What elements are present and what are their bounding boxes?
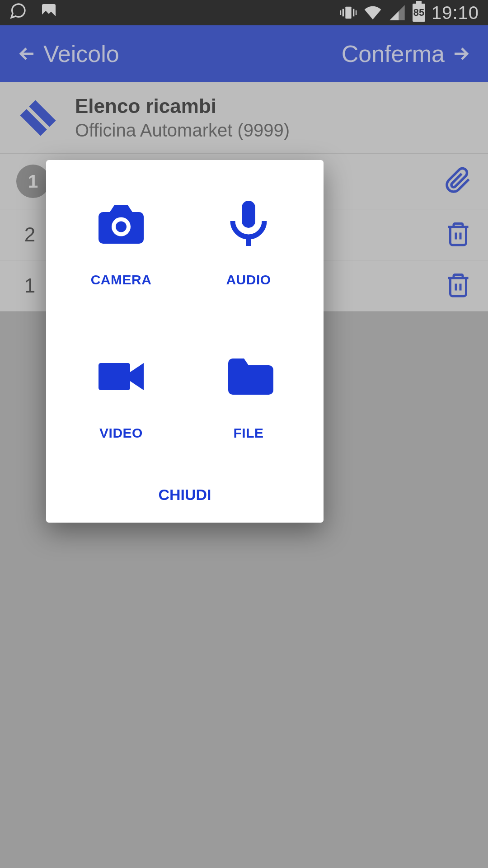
svg-rect-12 xyxy=(99,363,130,390)
back-label: Veicolo xyxy=(43,40,119,67)
arrow-right-icon xyxy=(450,43,472,65)
arrow-left-icon xyxy=(16,43,38,65)
battery-icon: 85 xyxy=(413,4,425,22)
image-icon xyxy=(40,2,58,24)
video-icon xyxy=(94,349,148,404)
delete-button[interactable] xyxy=(445,220,472,249)
modal-close-button[interactable]: CHIUDI xyxy=(60,475,310,506)
row-number: 2 xyxy=(16,223,43,246)
section-title: Elenco ricambi xyxy=(75,95,290,118)
app-logo-icon xyxy=(16,96,60,140)
modal-option-camera[interactable]: CAMERA xyxy=(60,187,183,322)
status-bar: 85 19:10 xyxy=(0,0,488,25)
modal-option-file[interactable]: FILE xyxy=(187,340,310,476)
attachment-button[interactable] xyxy=(445,167,472,196)
forward-button[interactable]: Conferma xyxy=(342,40,472,67)
trash-icon xyxy=(445,271,472,298)
delete-button[interactable] xyxy=(445,271,472,300)
row-number: 1 xyxy=(16,274,43,297)
folder-icon xyxy=(221,349,276,404)
modal-option-label: CAMERA xyxy=(91,272,152,288)
paperclip-icon xyxy=(445,167,472,194)
app-header: Veicolo Conferma xyxy=(0,25,488,82)
modal-option-label: FILE xyxy=(234,425,264,441)
trash-icon xyxy=(445,220,472,247)
section-header: Elenco ricambi Officina Automarket (9999… xyxy=(0,82,488,154)
svg-rect-10 xyxy=(242,201,255,228)
forward-label: Conferma xyxy=(342,40,445,67)
battery-level: 85 xyxy=(413,7,424,19)
status-clock: 19:10 xyxy=(432,3,479,23)
back-button[interactable]: Veicolo xyxy=(16,40,119,67)
modal-option-label: VIDEO xyxy=(99,425,143,441)
attachment-modal: CAMERA AUDIO VIDEO FILE CHIUDI xyxy=(46,160,324,523)
wifi-icon xyxy=(364,4,382,22)
whatsapp-icon xyxy=(9,2,27,24)
count-badge: 1 xyxy=(16,165,50,198)
svg-rect-5 xyxy=(356,10,357,15)
svg-point-9 xyxy=(116,222,127,232)
vibrate-icon xyxy=(339,4,357,22)
modal-option-video[interactable]: VIDEO xyxy=(60,340,183,476)
svg-rect-3 xyxy=(353,9,354,17)
modal-option-label: AUDIO xyxy=(226,272,271,288)
signal-icon xyxy=(388,4,406,22)
svg-rect-4 xyxy=(340,10,342,15)
mic-icon xyxy=(221,196,276,250)
camera-icon xyxy=(94,196,148,250)
section-subtitle: Officina Automarket (9999) xyxy=(75,120,290,141)
svg-rect-2 xyxy=(343,9,344,17)
svg-rect-1 xyxy=(345,7,351,19)
modal-option-audio[interactable]: AUDIO xyxy=(187,187,310,322)
